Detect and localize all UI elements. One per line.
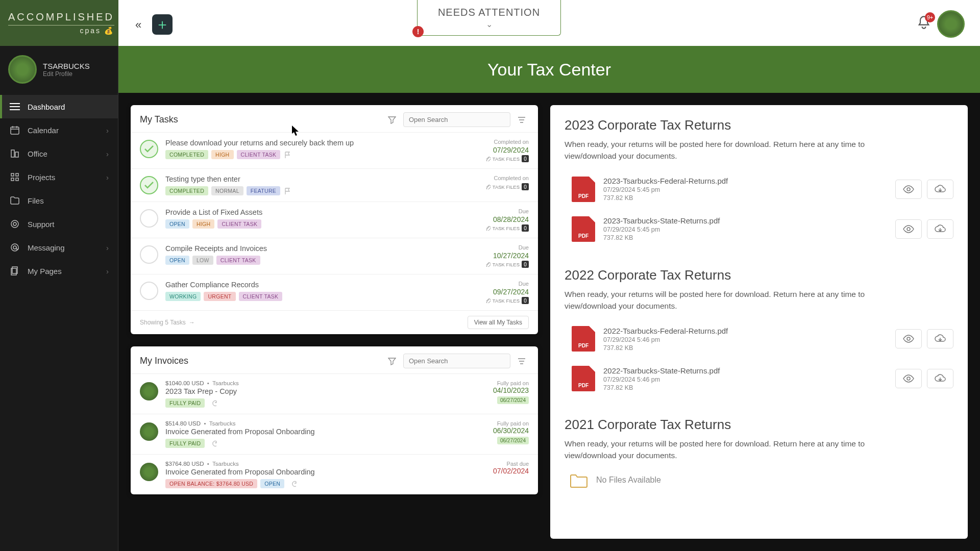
add-button[interactable]: ＋ (152, 14, 173, 35)
file-row: 2023-Tsarbucks-Federal-Returns.pdf 07/29… (565, 172, 953, 212)
task-date: 08/28/2024 (493, 215, 529, 223)
task-title: Provide a List of Fixed Assets (165, 208, 478, 216)
download-button[interactable] (927, 219, 953, 239)
no-files-label: No Files Available (596, 475, 661, 485)
nav-support[interactable]: Support (0, 212, 118, 236)
cloud-download-icon (935, 334, 946, 343)
download-button[interactable] (927, 180, 953, 199)
invoice-amount-line: $3764.80 USD • Tsarbucks (165, 461, 486, 467)
preview-button[interactable] (895, 219, 922, 239)
file-date: 07/29/2024 5:46 pm (603, 376, 887, 383)
invoice-date: 04/10/2023 (493, 386, 529, 394)
svg-point-15 (907, 337, 910, 340)
task-priority-tag: NORMAL (211, 186, 243, 195)
nav-dashboard[interactable]: Dashboard (0, 95, 118, 118)
invoice-row[interactable]: $1040.00 USD • Tsarbucks 2023 Tax Prep -… (131, 373, 538, 414)
preview-button[interactable] (895, 180, 922, 199)
nav-office[interactable]: Office › (0, 142, 118, 165)
tax-center-card: 2023 Corporate Tax Returns When ready, y… (550, 105, 968, 539)
invoice-meta-label: Past due (493, 461, 529, 467)
file-date: 07/29/2024 5:45 pm (603, 226, 887, 233)
file-date: 07/29/2024 5:45 pm (603, 186, 887, 193)
chevron-right-icon: › (106, 267, 109, 276)
invoice-title: Invoice Generated from Proposal Onboardi… (165, 468, 486, 476)
sort-icon[interactable] (514, 114, 529, 126)
chevron-right-icon: › (106, 243, 109, 252)
file-row: 2022-Tsarbucks-State-Returns.pdf 07/29/2… (565, 362, 953, 402)
task-title: Gather Compliance Records (165, 281, 478, 289)
task-check-icon[interactable] (140, 140, 158, 158)
nav-calendar[interactable]: Calendar › (0, 118, 118, 142)
view-all-tasks-button[interactable]: View all My Tasks (468, 316, 529, 329)
nav-messaging[interactable]: Messaging › (0, 236, 118, 259)
task-status-tag: OPEN (165, 219, 189, 229)
brand-bar: ACCOMPLISHED cpas💰 (0, 0, 118, 46)
brand-logo: ACCOMPLISHED cpas💰 (8, 11, 114, 35)
task-row[interactable]: Gather Compliance Records WORKING URGENT… (131, 274, 538, 310)
task-status-tag: COMPLETED (165, 150, 208, 159)
tax-section-desc: When ready, your returns will be posted … (565, 288, 912, 312)
svg-point-14 (907, 228, 910, 231)
svg-rect-1 (11, 150, 14, 157)
notifications-button[interactable]: 9+ (917, 15, 931, 30)
task-row[interactable]: Testing type then enter COMPLETED NORMAL… (131, 168, 538, 202)
filter-icon[interactable] (385, 113, 399, 127)
invoice-meta-label: Fully paid on (493, 420, 529, 427)
attachment-icon (485, 226, 491, 231)
invoices-search-input[interactable] (403, 354, 510, 368)
nav-files[interactable]: Files (0, 189, 118, 212)
sort-icon[interactable] (514, 355, 529, 367)
task-check-icon[interactable] (140, 209, 158, 228)
task-meta-label: Completed on (494, 139, 529, 145)
svg-point-16 (907, 377, 910, 380)
nav-projects[interactable]: Projects › (0, 165, 118, 189)
pdf-icon (572, 216, 595, 242)
filter-icon[interactable] (385, 354, 399, 368)
svg-point-8 (13, 222, 16, 226)
task-priority-tag: HIGH (211, 150, 233, 159)
task-type-tag: CLIENT TASK (239, 292, 283, 301)
task-row[interactable]: Please download your returns and securel… (131, 132, 538, 168)
attention-dropdown[interactable]: NEEDS ATTENTION ⌄ ! (417, 0, 561, 36)
file-size: 737.82 KB (603, 384, 887, 391)
task-status-tag: WORKING (165, 292, 201, 301)
tax-section-desc: When ready, your returns will be posted … (565, 438, 912, 462)
task-check-icon[interactable] (140, 282, 158, 300)
preview-button[interactable] (895, 369, 922, 388)
task-row[interactable]: Provide a List of Fixed Assets OPEN HIGH… (131, 202, 538, 238)
chevron-right-icon: › (106, 149, 109, 158)
file-name: 2022-Tsarbucks-State-Returns.pdf (603, 366, 887, 375)
nav-mypages[interactable]: My Pages › (0, 259, 118, 283)
calendar-icon (9, 124, 20, 136)
brand-icon: 💰 (104, 27, 114, 35)
download-button[interactable] (927, 329, 953, 348)
svg-rect-6 (16, 178, 18, 181)
invoice-amount-line: $514.80 USD • Tsarbucks (165, 420, 486, 427)
task-check-icon[interactable] (140, 245, 158, 264)
invoice-row[interactable]: $514.80 USD • Tsarbucks Invoice Generate… (131, 414, 538, 454)
tasks-search-input[interactable] (403, 112, 510, 127)
preview-button[interactable] (895, 329, 922, 348)
invoices-title: My Invoices (140, 356, 381, 366)
profile-edit-link[interactable]: Edit Profile (43, 70, 90, 78)
file-name: 2022-Tsarbucks-Federal-Returns.pdf (603, 327, 887, 335)
task-type-tag: CLIENT TASK (237, 150, 281, 159)
task-title: Testing type then enter (165, 175, 478, 183)
eye-icon (903, 225, 914, 233)
task-files: TASK FILES 0 (485, 297, 529, 304)
task-row[interactable]: Compile Receipts and Invoices OPEN LOW C… (131, 238, 538, 274)
task-priority-tag: URGENT (204, 292, 235, 301)
nav-label: Calendar (28, 126, 59, 135)
profile-name: TSARBUCKS (43, 62, 90, 70)
download-button[interactable] (927, 369, 953, 388)
task-check-icon[interactable] (140, 176, 158, 194)
nav: Dashboard Calendar › Office › Projects ›… (0, 93, 118, 283)
invoice-row[interactable]: $3764.80 USD • Tsarbucks Invoice Generat… (131, 454, 538, 494)
attachment-icon (485, 262, 491, 267)
collapse-sidebar-button[interactable]: « (130, 16, 147, 34)
cloud-download-icon (935, 185, 946, 194)
profile-block[interactable]: TSARBUCKS Edit Profile (0, 46, 118, 93)
invoice-avatar (140, 422, 158, 441)
user-avatar-button[interactable] (937, 10, 965, 38)
tax-section-desc: When ready, your returns will be posted … (565, 138, 912, 162)
